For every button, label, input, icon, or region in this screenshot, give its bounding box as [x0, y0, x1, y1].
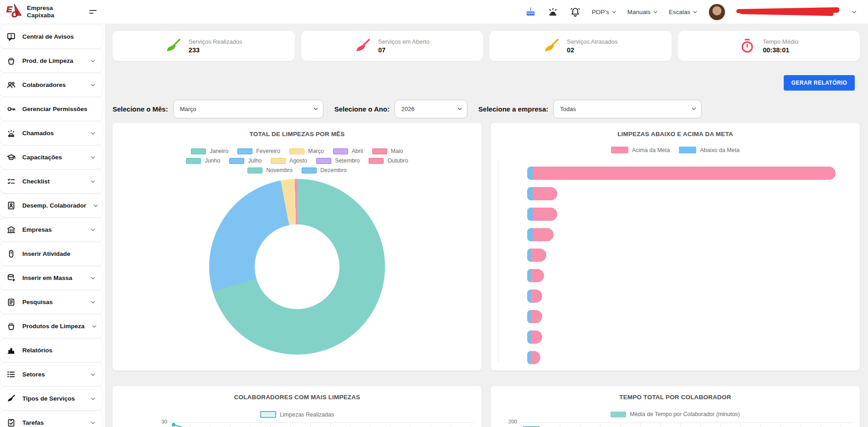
chevron-down-icon [90, 82, 96, 88]
sidebar-item-prod-de-limpeza[interactable]: Prod. de Limpeza [0, 49, 103, 72]
sidebar-item-colaboradores[interactable]: Colaboradores [0, 73, 103, 97]
sidebar-menu: Central de AvisosProd. de LimpezaColabor… [0, 24, 105, 427]
sidebar-item-tipos-de-servicos[interactable]: Tipos de Serviços [0, 387, 103, 410]
chevron-down-icon [90, 227, 96, 233]
legend-item-maio[interactable]: Maio [372, 148, 403, 154]
sidebar-item-inserir-em-massa[interactable]: Inserir em Massa [0, 266, 103, 290]
legend-item-janeiro[interactable]: Janeiro [191, 148, 228, 154]
sidebar-item-label: Central de Avisos [22, 33, 74, 40]
broom-icon [354, 38, 371, 54]
legend-item-junho[interactable]: Junho [186, 158, 220, 164]
bar-chart-plot [520, 422, 853, 427]
sidebar-item-tarefas[interactable]: Tarefas [0, 411, 103, 427]
legend-item-abril[interactable]: Abril [333, 148, 363, 154]
donut-legend: JaneiroFevereiroMarçoAbrilMaioJunhoJulho… [113, 148, 482, 173]
cake-icon[interactable] [525, 6, 536, 18]
stacked-bar-row [527, 351, 849, 364]
menu-pops[interactable]: POP's [592, 9, 616, 15]
chevron-down-icon [90, 275, 96, 281]
chevron-down-icon [90, 131, 96, 136]
sidebar-item-capacitacoes[interactable]: Capacitações [0, 146, 103, 169]
sidebar-item-label: Inserir Atividade [22, 250, 70, 257]
siren-icon[interactable] [547, 6, 559, 18]
legend-item-acima-da-meta[interactable]: Acima da Meta [611, 147, 670, 153]
filter-label-selecione-o-ano: Selecione o Ano: [334, 105, 390, 113]
legend-item-outubro[interactable]: Outubro [369, 158, 408, 164]
legend-item-julho[interactable]: Julho [229, 158, 262, 164]
filter-select-selecione-o-mes[interactable]: Março [173, 100, 324, 118]
stat-label: Serviços Atrasados [567, 38, 617, 45]
bell-icon[interactable] [570, 6, 581, 18]
stat-label: Serviços Realizados [189, 38, 242, 45]
filter-label-selecione-a-empresa: Selecione a empresa: [478, 105, 548, 113]
sidebar-item-pesquisas[interactable]: Pesquisas [0, 290, 103, 314]
stat-value: 233 [189, 46, 242, 54]
chevron-down-icon [90, 155, 96, 160]
people-icon [7, 81, 15, 89]
chevron-down-icon [611, 10, 616, 15]
legend-item-abaixo-da-meta[interactable]: Abaixo da Meta [679, 147, 740, 153]
key-icon [7, 105, 15, 113]
legend-item[interactable]: Limpezas Realizadas [260, 411, 334, 418]
broom-icon [165, 38, 181, 54]
sidebar-item-label: Prod. de Limpeza [22, 57, 73, 64]
topbar: POP's Manuais Escalas [105, 0, 868, 24]
svg-text:C: C [11, 10, 18, 19]
avatar[interactable] [709, 4, 725, 20]
chevron-down-icon [92, 324, 97, 329]
brand-name: Empresa Capixaba [27, 5, 54, 19]
stat-value: 07 [378, 46, 430, 54]
dashboard-page: E C Empresa Capixaba Central de AvisosPr… [0, 0, 868, 427]
filter-select-selecione-o-ano[interactable]: 2026 [395, 100, 467, 118]
legend-item-agosto[interactable]: Agosto [271, 158, 307, 164]
legend-item-fevereiro[interactable]: Fevereiro [237, 148, 280, 154]
legend-item-dezembro[interactable]: Dezembro [302, 167, 347, 173]
sidebar-item-label: Desemp. Colaborador [22, 202, 86, 209]
generate-report-button[interactable]: GERAR RELATÓRIO [784, 75, 855, 91]
legend-item[interactable]: Média de Tempo por Colaborador (minutos) [611, 411, 740, 417]
chart-title: LIMPEZAS ABAIXO E ACIMA DA META [491, 131, 860, 137]
stacked-bar-row [527, 330, 849, 344]
filters-row: Selecione o Mês:MarçoSelecione o Ano:202… [113, 99, 713, 118]
y-axis-tick: 30 [156, 419, 167, 424]
sidebar-item-inserir-atividade[interactable]: Inserir Atividade [0, 242, 103, 265]
sidebar-toggle-icon[interactable] [87, 8, 98, 15]
user-menu-chevron-icon[interactable] [851, 9, 857, 15]
id-badge-icon [7, 201, 15, 210]
graduation-cap-icon [7, 153, 15, 162]
chart-title: TEMPO TOTAL POR COLABORADOR [491, 394, 860, 401]
sidebar-item-relatorios[interactable]: Relatórios [0, 339, 103, 362]
sidebar-item-label: Inserir em Massa [22, 274, 72, 281]
menu-manuais[interactable]: Manuais [627, 9, 658, 15]
y-axis-tick: 200 [503, 419, 517, 424]
sidebar-item-label: Setores [22, 371, 45, 378]
chart-card-meta: LIMPEZAS ABAIXO E ACIMA DA META Acima da… [491, 123, 860, 371]
sidebar-item-chamados[interactable]: Chamados [0, 122, 103, 145]
sidebar-item-central-de-avisos[interactable]: Central de Avisos [0, 25, 103, 48]
filter-label-selecione-o-mes: Selecione o Mês: [113, 105, 168, 113]
meta-legend: Acima da MetaAbaixo da Meta [611, 147, 740, 153]
stacked-bar-row [527, 228, 849, 241]
filter-select-selecione-a-empresa[interactable]: Todas [553, 100, 702, 118]
sidebar-item-desemp-colaborador[interactable]: Desemp. Colaborador [0, 194, 103, 217]
chart-card-tempo: TEMPO TOTAL POR COLABORADOR Média de Tem… [491, 386, 860, 427]
sidebar-item-gerenciar-permissoes[interactable]: Gerenciar Permissões [0, 97, 103, 121]
legend-item-marco[interactable]: Março [289, 148, 324, 154]
sidebar-item-label: Empresas [22, 226, 52, 233]
sidebar-item-checklist[interactable]: Checklist [0, 170, 103, 193]
chevron-down-icon [90, 396, 96, 402]
chart-title: COLABORADORES COM MAIS LIMPEZAS [113, 394, 482, 401]
sidebar-item-setores[interactable]: Setores [0, 363, 103, 386]
chevron-down-icon [90, 420, 96, 426]
stat-card-servicos-realizados: Serviços Realizados233 [113, 31, 295, 61]
legend-item-novembro[interactable]: Novembro [247, 167, 293, 173]
sidebar-item-produtos-de-limpeza[interactable]: Produtos de Limpeza [0, 315, 103, 338]
menu-escalas[interactable]: Escalas [669, 9, 698, 15]
stacked-bar-row [527, 167, 849, 180]
chevron-down-icon [693, 10, 698, 15]
comment-icon [7, 32, 15, 41]
sidebar-item-empresas[interactable]: Empresas [0, 218, 103, 241]
legend-item-setembro[interactable]: Setembro [316, 158, 360, 164]
bucket-icon [7, 56, 15, 65]
stat-label: Serviços em Aberto [378, 38, 430, 45]
